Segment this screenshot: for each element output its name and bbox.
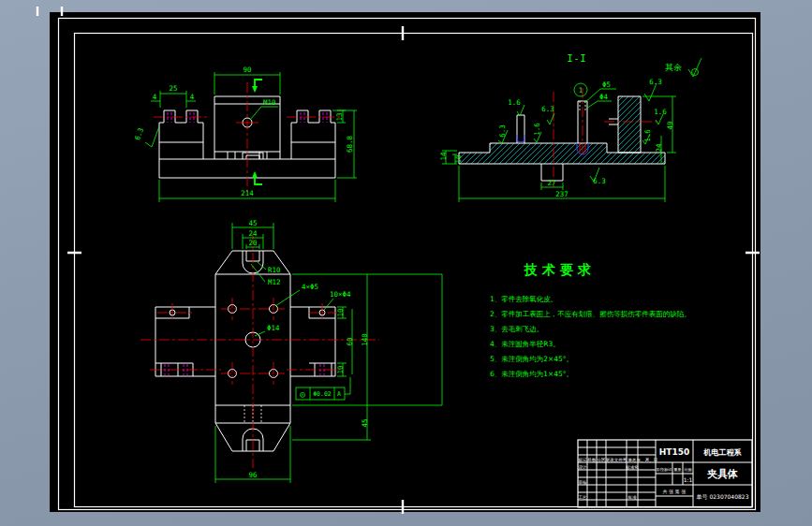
tb-weight: 重量 (673, 467, 682, 472)
tb-standard: 标准化 (625, 464, 639, 471)
tb-header-zone: 分区 (598, 457, 607, 462)
dim-sec-left-b: 10 (454, 154, 463, 164)
tb-header-mark: 标记 (578, 457, 588, 463)
tb-header-doc: 更改文件号 (606, 457, 627, 462)
tech-item: 6、未注倒角均为1×45°。 (490, 370, 573, 378)
dim-plan-r-top: 10 (336, 308, 345, 317)
dim-sec-right-a: 49 (666, 121, 674, 129)
tolerance-value: Φ0.02 (313, 390, 332, 398)
tb-organization: 机电工程系 (703, 448, 743, 457)
tech-item: 4、未注圆角半径R3。 (490, 340, 560, 348)
tech-requirements: 技术要求 1、零件去除氧化皮。 2、零件加工表面上，不应有划痕、擦伤等损伤零件表… (490, 262, 691, 378)
label-holes-10: 10×Φ4 (330, 290, 351, 299)
dim-plan-r-bot: 10 (336, 365, 345, 374)
section-view: I-I 其余 1 Φ5 Φ4 1.6 6.3 1.6 (439, 53, 701, 202)
dim-front-wall-r: 4 (190, 93, 195, 101)
label-hole-d4: Φ4 (599, 93, 609, 101)
front-roughness: 6.3 (133, 126, 145, 141)
sec-rough-4: 6.3 (541, 105, 554, 113)
tb-material: HT150 (659, 447, 689, 457)
dim-sec-tenon: 27 (547, 179, 555, 187)
dim-plan-bottom: 96 (248, 471, 258, 479)
tech-item: 5、未注倒角均为2×45°。 (490, 355, 573, 363)
tb-part-name: 夹具体 (707, 468, 738, 480)
label-slot-thread: M12 (268, 278, 281, 286)
sec-rough-5: 6.3 (649, 78, 662, 86)
tb-serial: 单号 02307040823 (697, 493, 749, 500)
dim-plan-top-a: 45 (248, 219, 257, 227)
tech-item: 3、去毛刺飞边。 (490, 325, 543, 333)
label-slot-radius: R10 (268, 266, 281, 274)
dim-sec-right-b: 24 (655, 143, 663, 153)
dim-plan-v-c: 45 (361, 418, 369, 427)
front-view: 90 25 4 4 13 68.8 214 M10 6.3 (133, 66, 357, 202)
drawing-canvas: 90 25 4 4 13 68.8 214 M10 6.3 I-I 其余 (0, 0, 812, 526)
tb-scale-value: 1:1 (684, 476, 693, 483)
tech-item: 2、零件加工表面上，不应有划痕、擦伤等损伤零件表面的缺陷。 (490, 310, 691, 318)
label-center-hole: Φ14 (267, 324, 280, 332)
plan-view: R10 M12 4×Φ5 10×Φ4 Φ14 ◎ Φ0.02 A 45 24 2… (140, 219, 442, 483)
section-title: I-I (567, 53, 586, 64)
sec-rough-2: 6.3 (498, 124, 507, 138)
dim-front-wall-l: 4 (153, 93, 157, 101)
tb-craft: 工艺 (579, 494, 588, 500)
dim-sec-total: 237 (555, 190, 568, 198)
tolerance-symbol: ◎ (300, 389, 305, 399)
tb-audit: 审核 (579, 480, 588, 485)
sec-rough-8: 6.3 (593, 177, 606, 185)
dim-plan-top-b: 24 (248, 229, 258, 238)
title-block: 标记 处数 分区 更改文件号 签名 年、月、日 设计 标准化 审核 工艺 批准 … (578, 440, 753, 507)
sec-rough-1: 1.6 (508, 98, 521, 107)
balloon-number: 1 (579, 86, 583, 95)
label-pin: Φ5 (602, 80, 611, 89)
tb-design: 设计 (579, 464, 588, 470)
tech-item: 1、零件去除氧化皮。 (490, 295, 557, 303)
dim-front-total: 214 (241, 189, 254, 197)
dim-front-tab: 13 (335, 112, 344, 121)
label-holes-4: 4×Φ5 (302, 283, 318, 291)
label-front-hole: M10 (263, 98, 276, 107)
sec-rough-3: 1.6 (533, 123, 541, 136)
dim-plan-top-c: 20 (248, 239, 258, 247)
tb-header-date: 年、月、日 (637, 458, 658, 462)
dim-plan-v-b: 140 (361, 333, 369, 346)
dim-front-slot: 25 (169, 84, 177, 93)
tb-sheet-info: 共 张 第 张 (663, 489, 687, 495)
rest-roughness-note: 其余 (665, 63, 682, 72)
sec-rough-6: 1.6 (654, 108, 667, 116)
dim-front-height: 68.8 (346, 135, 354, 153)
tolerance-datum: A (337, 390, 341, 398)
tb-scale: 比例 (685, 467, 692, 473)
tb-header-sign: 签名 (628, 458, 637, 462)
tech-title: 技术要求 (524, 262, 596, 277)
dim-plan-v-a: 60 (346, 337, 354, 346)
tb-approve: 批准 (627, 495, 638, 500)
dim-sec-left-a: 14 (439, 152, 448, 161)
cad-viewport: 90 25 4 4 13 68.8 214 M10 6.3 I-I 其余 (0, 0, 812, 526)
dim-front-top: 90 (243, 66, 252, 74)
tb-stage: 阶段标记 (657, 467, 672, 473)
tb-header-count: 处数 (588, 457, 598, 462)
sec-rough-7: 1.6 (643, 129, 652, 142)
